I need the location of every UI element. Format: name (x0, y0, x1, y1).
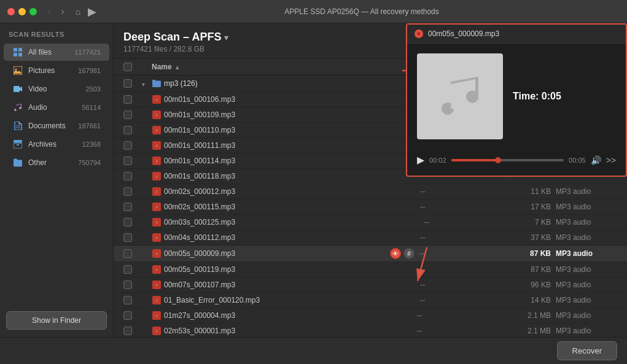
row-checkbox[interactable] (123, 141, 132, 150)
row-checkbox[interactable] (123, 311, 132, 320)
sidebar-header: Scan results (0, 23, 113, 43)
folder-icon (12, 157, 23, 168)
sidebar-label-archives: Archives (28, 140, 77, 149)
table-row[interactable]: ♪ 02m53s_000001.mp3 -- 2.1 MB MP3 audio (114, 323, 627, 337)
row-checkbox[interactable] (123, 95, 132, 104)
table-row[interactable]: ♪ 00m02s_000115.mp3 -- 17 KB MP3 audio (114, 199, 627, 215)
expand-col: ▾ (142, 78, 152, 89)
row-checkbox[interactable] (123, 203, 132, 211)
preview-close-button[interactable]: ✕ (415, 29, 423, 38)
sidebar-label-audio: Audio (28, 103, 77, 112)
mp3-icon: ♪ (152, 326, 162, 336)
sidebar-item-pictures[interactable]: Pictures 167981 (4, 62, 109, 79)
file-panel: Deep Scan – APFS ▾ 1177421 files / 282.8… (114, 23, 627, 337)
svg-rect-0 (14, 48, 17, 52)
file-size: 7 KB (535, 218, 551, 227)
table-row[interactable]: ♪ 00m03s_000125.mp3 -- 7 KB MP3 audio (114, 215, 627, 230)
dropdown-chevron[interactable]: ▾ (224, 33, 228, 42)
scan-info: Deep Scan – APFS ▾ 1177421 files / 282.8… (123, 31, 228, 53)
mp3-icon: ♪ (152, 171, 162, 181)
forward-button[interactable]: >> (606, 155, 616, 165)
row-checkbox[interactable] (123, 187, 132, 196)
row-checkbox[interactable] (123, 265, 132, 274)
sidebar: Scan results All files 1177421 (0, 23, 114, 337)
sidebar-label-other: Other (28, 158, 73, 167)
row-checkbox[interactable] (123, 233, 132, 242)
folder-file-icon (152, 79, 162, 88)
file-type: MP3 audio (556, 265, 617, 274)
folder-checkbox[interactable] (123, 79, 132, 88)
folder-expand-icon[interactable]: ▾ (142, 81, 145, 88)
table-row[interactable]: ♪ 00m07s_000107.mp3 -- 96 KB MP3 audio (114, 277, 627, 293)
row-checkbox[interactable] (123, 157, 132, 165)
home-button[interactable]: ⌂ (76, 7, 80, 17)
select-all-checkbox[interactable] (123, 63, 132, 71)
table-row[interactable]: ♪ 01_Basic_Error_000120.mp3 -- 14 KB MP3… (114, 293, 627, 308)
preview-title-bar: ✕ 00m05s_000009.mp3 (407, 25, 626, 44)
file-type: MP3 audio (556, 327, 617, 335)
file-type: MP3 audio (556, 233, 617, 242)
sidebar-item-other[interactable]: Other 750794 (4, 154, 109, 171)
file-name: 00m03s_000125.mp3 (164, 218, 424, 227)
sidebar-count-archives: 12368 (82, 141, 101, 148)
mp3-icon: ♪ (152, 156, 162, 166)
maximize-traffic-light[interactable] (29, 8, 37, 15)
progress-bar[interactable] (451, 159, 564, 161)
back-button[interactable]: ‹ (44, 5, 55, 18)
file-name: 01_Basic_Error_000120.mp3 (164, 296, 420, 304)
preview-eye-button[interactable]: 👁 (390, 248, 401, 259)
file-name: 02m53s_000001.mp3 (164, 327, 417, 335)
row-checkbox[interactable] (123, 172, 132, 180)
preview-time: Time: 0:05 (513, 91, 561, 102)
mp3-icon: ♪ (152, 95, 162, 104)
row-checkbox[interactable] (123, 110, 132, 119)
file-date: -- (420, 281, 531, 289)
row-checkbox[interactable] (123, 296, 132, 304)
row-checkbox[interactable] (123, 249, 132, 258)
file-type: MP3 audio (556, 187, 617, 196)
file-name: 01m27s_000004.mp3 (164, 311, 417, 320)
play-title-button[interactable]: ▶ (88, 5, 96, 18)
film-icon (12, 83, 23, 95)
sidebar-item-documents[interactable]: Documents 187661 (4, 117, 109, 134)
row-checkbox[interactable] (123, 327, 132, 335)
sidebar-item-archives[interactable]: Archives 12368 (4, 136, 109, 153)
table-row[interactable]: ♪ 00m05s_000119.mp3 -- 87 KB MP3 audio (114, 262, 627, 277)
sidebar-item-all-files[interactable]: All files 1177421 (4, 44, 109, 61)
file-date: -- (420, 296, 531, 304)
preview-hash-button[interactable]: # (403, 248, 415, 259)
file-name: 00m04s_000112.mp3 (164, 233, 420, 242)
preview-thumbnail (417, 53, 503, 139)
recover-button[interactable]: Recover (557, 341, 617, 360)
svg-rect-10 (14, 143, 22, 149)
svg-rect-11 (17, 144, 19, 145)
table-row-selected[interactable]: ♪ 00m05s_000009.mp3 👁 # -- 87 KB MP3 aud… (114, 246, 627, 262)
sidebar-label-video: Video (28, 85, 81, 93)
forward-button[interactable]: › (57, 5, 68, 18)
play-pause-button[interactable]: ▶ (417, 154, 424, 166)
file-name: 00m02s_000115.mp3 (164, 203, 420, 211)
show-in-finder-button[interactable]: Show in Finder (6, 311, 107, 330)
row-checkbox[interactable] (123, 281, 132, 289)
file-type-bold: MP3 audio (556, 249, 617, 258)
sidebar-item-audio[interactable]: Audio 56114 (4, 99, 109, 116)
volume-icon[interactable]: 🔊 (591, 155, 601, 165)
preview-icons: 👁 # (390, 248, 415, 259)
sidebar-item-video[interactable]: Video 2503 (4, 80, 109, 98)
minimize-traffic-light[interactable] (18, 8, 26, 15)
preview-time-value: 0:05 (542, 91, 561, 101)
window-title: APPLE SSD AP0256Q — All recovery methods (104, 7, 620, 16)
table-row[interactable]: ♪ 00m02s_000012.mp3 -- 11 KB MP3 audio (114, 184, 627, 199)
scan-title-text: Deep Scan – APFS (123, 31, 221, 43)
file-date: -- (424, 218, 535, 227)
doc-icon (12, 120, 23, 131)
row-checkbox[interactable] (123, 126, 132, 134)
file-type: MP3 audio (556, 296, 617, 304)
archive-icon (12, 139, 23, 150)
table-row[interactable]: ♪ 00m04s_000112.mp3 -- 37 KB MP3 audio (114, 230, 627, 246)
row-checkbox[interactable] (123, 218, 132, 227)
close-traffic-light[interactable] (7, 8, 15, 15)
file-size: 11 KB (531, 187, 551, 196)
table-row[interactable]: ♪ 01m27s_000004.mp3 -- 2.1 MB MP3 audio (114, 308, 627, 323)
sidebar-count-pictures: 167981 (78, 67, 101, 74)
